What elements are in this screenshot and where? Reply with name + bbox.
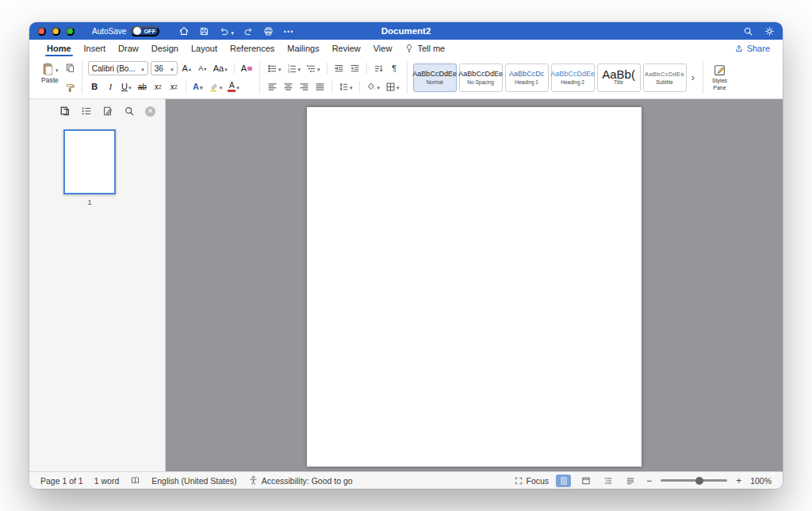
- tab-insert[interactable]: Insert: [78, 40, 113, 56]
- ellipsis-icon: [283, 25, 293, 37]
- text-effects-button[interactable]: A: [191, 79, 205, 94]
- view-web-layout-button[interactable]: [578, 474, 593, 487]
- tab-layout[interactable]: Layout: [185, 40, 224, 56]
- zoom-in-button[interactable]: +: [734, 475, 743, 486]
- font-name-select[interactable]: Calibri (Bo...: [88, 61, 148, 75]
- justify-button[interactable]: [313, 79, 327, 94]
- style-normal[interactable]: AaBbCcDdEe Normal: [413, 63, 457, 92]
- sort-button[interactable]: [372, 61, 385, 75]
- tab-home[interactable]: Home: [40, 40, 78, 56]
- headings-view-button[interactable]: [81, 106, 92, 117]
- print-button[interactable]: [263, 26, 274, 36]
- document-page[interactable]: [307, 107, 642, 467]
- styles-pane-icon: [713, 63, 726, 77]
- show-paragraph-marks-button[interactable]: ¶: [388, 61, 401, 75]
- accessibility-icon: [248, 475, 259, 486]
- tab-draw[interactable]: Draw: [112, 40, 145, 56]
- italic-button[interactable]: I: [104, 79, 117, 94]
- increase-indent-button[interactable]: [348, 61, 362, 75]
- zoom-slider[interactable]: [661, 476, 727, 486]
- document-title: Document2: [381, 26, 431, 36]
- autosave-toggle[interactable]: OFF: [130, 26, 159, 36]
- tab-view[interactable]: View: [367, 40, 399, 56]
- shading-button[interactable]: [365, 79, 382, 94]
- revisions-view-button[interactable]: [102, 106, 113, 117]
- style-title[interactable]: AaBb( Title: [597, 63, 641, 92]
- font-color-swatch: [228, 90, 236, 92]
- tab-tell-me[interactable]: Tell me: [398, 40, 451, 56]
- settings-button[interactable]: [764, 26, 775, 36]
- change-case-button[interactable]: Aa: [212, 61, 229, 75]
- shrink-font-button[interactable]: A▾: [196, 61, 209, 75]
- autosave-label: AutoSave: [92, 27, 126, 36]
- thumbnails-view-button[interactable]: [59, 106, 71, 117]
- view-draft-button[interactable]: [622, 474, 638, 487]
- zoom-slider-thumb[interactable]: [695, 477, 703, 485]
- view-print-layout-button[interactable]: [556, 474, 571, 487]
- tab-design[interactable]: Design: [145, 40, 185, 56]
- bold-button[interactable]: B: [88, 79, 102, 94]
- decrease-indent-button[interactable]: [332, 61, 346, 75]
- tab-mailings[interactable]: Mailings: [281, 40, 325, 56]
- format-painter-button[interactable]: [64, 82, 76, 94]
- caret-down-icon: ▾: [204, 66, 206, 71]
- accessibility-status[interactable]: Accessibility: Good to go: [248, 475, 353, 486]
- borders-button[interactable]: [384, 79, 401, 94]
- save-button[interactable]: [199, 26, 209, 36]
- underline-button[interactable]: U: [120, 79, 133, 94]
- close-pane-button[interactable]: ✕: [145, 106, 155, 117]
- style-heading-2[interactable]: AaBbCcDdEe Heading 2: [551, 63, 595, 92]
- zoom-level-button[interactable]: 100%: [750, 476, 772, 486]
- search-button[interactable]: [743, 26, 753, 36]
- styles-pane-button[interactable]: Styles Pane: [709, 63, 730, 91]
- align-left-button[interactable]: [266, 79, 279, 94]
- language-status[interactable]: English (United States): [151, 476, 236, 486]
- font-size-select[interactable]: 36: [151, 61, 178, 75]
- undo-button[interactable]: [219, 25, 234, 37]
- home-icon: [178, 25, 190, 36]
- copy-button[interactable]: [64, 62, 76, 74]
- minimize-window-button[interactable]: [52, 27, 60, 36]
- superscript-button[interactable]: x2: [167, 79, 181, 94]
- styles-gallery-more-button[interactable]: [689, 71, 697, 83]
- style-subtitle[interactable]: AaBbCcDdEe Subtitle: [643, 63, 687, 92]
- style-no-spacing[interactable]: AaBbCcDdEe No Spacing: [459, 63, 503, 92]
- chevron-down-icon: [140, 64, 144, 73]
- view-outline-button[interactable]: [600, 474, 615, 487]
- numbering-button[interactable]: 123: [285, 61, 303, 75]
- spelling-status-button[interactable]: [130, 475, 140, 486]
- strikethrough-button[interactable]: ab: [136, 79, 149, 94]
- find-button[interactable]: [124, 106, 135, 117]
- line-spacing-icon: [339, 82, 349, 92]
- undo-icon: [219, 26, 229, 36]
- font-color-button[interactable]: A: [226, 79, 241, 94]
- share-button[interactable]: Share: [731, 40, 773, 56]
- fullscreen-window-button[interactable]: [66, 27, 75, 36]
- tab-references[interactable]: References: [224, 40, 281, 56]
- tab-review[interactable]: Review: [326, 40, 367, 56]
- grow-font-button[interactable]: A▴: [180, 61, 193, 75]
- bullets-button[interactable]: [266, 61, 283, 75]
- align-right-button[interactable]: [297, 79, 311, 94]
- clear-formatting-button[interactable]: A: [239, 61, 254, 75]
- home-button[interactable]: [178, 25, 190, 36]
- focus-mode-button[interactable]: Focus: [514, 476, 550, 486]
- redo-button[interactable]: [243, 26, 254, 36]
- ribbon-home: Paste Calibri (Bo... 36: [29, 56, 783, 99]
- print-layout-icon: [559, 476, 569, 486]
- multilevel-list-button[interactable]: [304, 61, 322, 75]
- style-heading-1[interactable]: AaBbCcDc Heading 1: [505, 63, 549, 92]
- close-window-button[interactable]: [37, 27, 46, 36]
- text-highlight-button[interactable]: [207, 79, 224, 94]
- word-count-status[interactable]: 1 word: [94, 476, 120, 486]
- subscript-button[interactable]: x2: [151, 79, 165, 94]
- zoom-out-button[interactable]: −: [645, 475, 653, 486]
- numbered-list-icon: 123: [287, 63, 297, 74]
- line-spacing-button[interactable]: [337, 79, 354, 94]
- page-count-status[interactable]: Page 1 of 1: [40, 476, 83, 486]
- align-center-button[interactable]: [282, 79, 295, 94]
- more-commands-button[interactable]: [283, 25, 293, 37]
- paste-button[interactable]: Paste: [39, 60, 61, 86]
- page-thumbnail[interactable]: [63, 129, 116, 194]
- navigation-pane-toolbar: ✕: [29, 99, 165, 120]
